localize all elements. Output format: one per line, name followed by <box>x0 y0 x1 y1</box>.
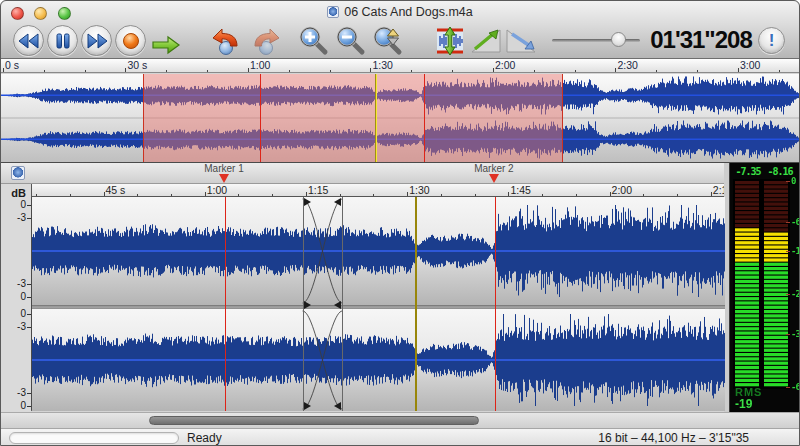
ruler-tick <box>248 68 249 73</box>
overview-ruler[interactable]: 0 s30 s1:001:302:002:303:00 <box>1 59 799 73</box>
waveform-left-canvas[interactable] <box>32 197 725 305</box>
scrollbar-thumb[interactable] <box>149 416 479 425</box>
status-text: Ready <box>187 431 222 445</box>
meter-scale-label: 0 <box>791 176 795 186</box>
marker-label[interactable]: Marker 2 <box>454 163 534 174</box>
db-scale-label: -3 <box>17 212 26 223</box>
volume-slider-knob[interactable] <box>611 32 626 47</box>
fast-forward-button[interactable] <box>81 25 112 56</box>
ruler-tick <box>534 70 535 73</box>
marker-bar[interactable]: Marker 1Marker 2 <box>1 163 724 184</box>
meter-scale-tick <box>786 334 790 335</box>
progress-field <box>9 432 179 444</box>
channel-right[interactable] <box>32 309 725 411</box>
db-scale-label: 0 <box>20 291 26 302</box>
zoom-in-icon <box>298 25 330 56</box>
meter-scale-label: -60 <box>791 382 800 392</box>
zoom-out-button[interactable] <box>334 25 368 56</box>
db-scale-label: -3 <box>17 278 26 289</box>
undo-button[interactable] <box>209 25 243 56</box>
horizontal-scrollbar[interactable] <box>1 412 799 428</box>
meter-scale-tick <box>786 181 790 182</box>
fade-in-icon <box>469 26 503 56</box>
ruler-tick <box>330 70 331 73</box>
crossfade-handle-icon[interactable] <box>304 402 311 410</box>
app-window: 06 Cats And Dogs.m4a <box>0 0 800 446</box>
fade-out-button[interactable] <box>504 25 538 56</box>
rms-value: -19 <box>735 397 752 411</box>
marker-flag-icon[interactable] <box>489 174 499 183</box>
crossfade-boundary[interactable] <box>342 197 343 411</box>
main-timeline-ruler[interactable]: 45 s1:001:151:301:452:002:15 <box>31 184 724 197</box>
normalize-button[interactable] <box>433 25 467 56</box>
rewind-button[interactable] <box>13 25 44 56</box>
ruler-tick <box>289 70 290 73</box>
volume-slider[interactable] <box>552 39 640 42</box>
channel-left[interactable] <box>32 197 725 305</box>
ruler-label: 2:30 <box>617 59 637 71</box>
db-scale-label: 0 <box>20 199 26 210</box>
overview-waveform[interactable] <box>1 74 799 163</box>
ruler-tick <box>85 70 86 73</box>
ruler-label: 2:00 <box>495 59 515 71</box>
titlebar: 06 Cats And Dogs.m4a <box>1 5 799 19</box>
undo-icon <box>209 25 243 56</box>
db-scale-label: -3 <box>17 387 26 398</box>
document-proxy-icon <box>327 6 339 18</box>
zoom-selection-button[interactable] <box>371 25 405 56</box>
db-scale-label: -3 <box>17 321 26 332</box>
go-button[interactable] <box>149 29 183 60</box>
marker-label[interactable]: Marker 1 <box>184 163 264 174</box>
playhead[interactable] <box>415 197 417 411</box>
zoom-selection-icon <box>372 25 404 56</box>
ruler-tick <box>779 70 780 73</box>
format-info: 16 bit – 44,100 Hz – 3'15"35 <box>598 431 749 445</box>
redo-button[interactable] <box>249 25 283 56</box>
fade-in-button[interactable] <box>469 25 503 56</box>
ruler-label: 2:00 <box>612 184 632 196</box>
alert-icon: ! <box>769 31 775 50</box>
ruler-tick <box>493 68 494 73</box>
ruler-label: 30 s <box>127 59 147 71</box>
ruler-label: 2:15 <box>713 184 724 196</box>
db-unit-label: dB <box>11 188 26 199</box>
alert-button[interactable]: ! <box>758 27 785 54</box>
normalize-icon <box>434 26 466 56</box>
marker-flag-icon[interactable] <box>219 174 229 183</box>
ruler-label: 0 s <box>5 59 19 71</box>
waveform-right-canvas[interactable] <box>32 309 725 411</box>
db-scale-label: 0 <box>20 400 26 411</box>
window-title: 06 Cats And Dogs.m4a <box>344 5 473 19</box>
ruler-tick <box>697 70 698 73</box>
peak-value-left: -7.35 <box>732 166 764 177</box>
ruler-tick <box>615 68 616 73</box>
zoom-in-button[interactable] <box>297 25 331 56</box>
ruler-tick <box>452 70 453 73</box>
crossfade-handle-icon[interactable] <box>304 301 311 309</box>
meter-scale-tick <box>786 387 790 388</box>
crossfade-handle-icon[interactable] <box>334 402 341 410</box>
crossfade-handle-icon[interactable] <box>334 301 341 309</box>
ruler-tick <box>575 70 576 73</box>
ruler-tick <box>166 70 167 73</box>
ruler-label: 1:45 <box>510 184 530 196</box>
crossfade-handle-icon[interactable] <box>334 198 341 206</box>
rewind-icon <box>18 33 40 49</box>
crossfade-handle-icon[interactable] <box>304 198 311 206</box>
ruler-tick <box>411 70 412 73</box>
meter-scale-tick <box>786 222 790 223</box>
pause-button[interactable] <box>47 25 78 56</box>
ruler-label: 1:30 <box>409 184 429 196</box>
ruler-label: 1:00 <box>207 184 227 196</box>
waveform-channels[interactable] <box>31 197 724 411</box>
pause-icon <box>55 33 71 49</box>
overview-marker-line <box>260 74 261 162</box>
marker-line <box>495 197 496 411</box>
overview-selection[interactable] <box>143 74 562 162</box>
ruler-tick <box>207 70 208 73</box>
ruler-label: 1:30 <box>372 59 392 71</box>
record-button[interactable] <box>115 25 146 56</box>
ruler-label: 3:00 <box>740 59 760 71</box>
overview-playhead[interactable] <box>375 74 377 162</box>
ruler-label: 1:00 <box>250 59 270 71</box>
